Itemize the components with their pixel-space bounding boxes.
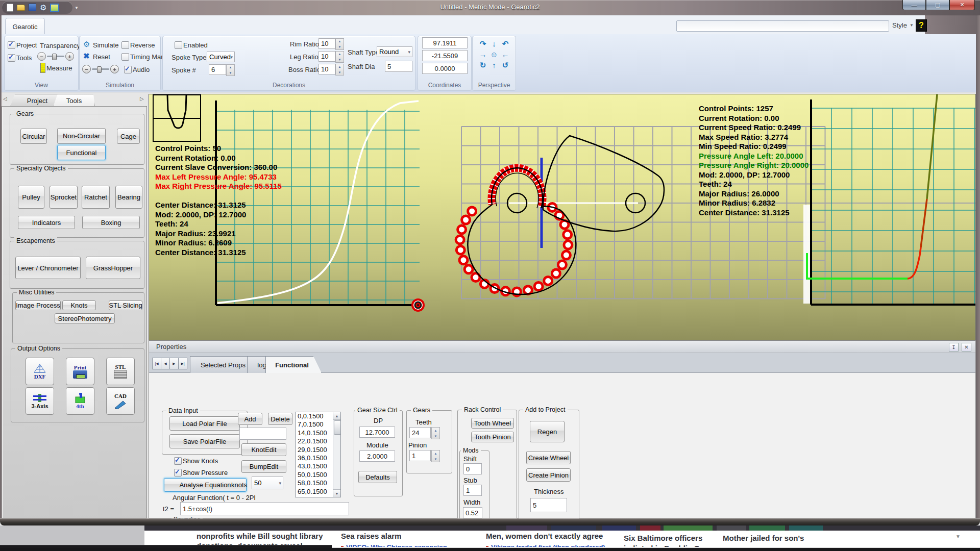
- design-canvas[interactable]: Control Points: 50Current Rotation: 0.00…: [149, 94, 976, 340]
- pan-down-icon[interactable]: ↓: [492, 39, 496, 48]
- non-circular-button[interactable]: Non-Circular: [57, 128, 106, 144]
- tab-next-button[interactable]: ▶: [169, 358, 179, 369]
- circular-button[interactable]: Circular: [20, 129, 47, 144]
- reset-x-icon[interactable]: ✖: [83, 52, 90, 61]
- knot-marker[interactable]: [552, 269, 560, 278]
- pan-left-icon[interactable]: ←: [502, 50, 509, 59]
- spoke-count-input[interactable]: 6: [209, 64, 226, 75]
- transparency-slider[interactable]: − +: [37, 52, 74, 61]
- speed-minus-icon[interactable]: −: [82, 65, 91, 73]
- save-polar-file-button[interactable]: Save PolarFile: [169, 434, 240, 448]
- news-scroll-caret-icon[interactable]: ▼: [955, 534, 961, 539]
- style-input[interactable]: [676, 20, 889, 32]
- pinion-spinner[interactable]: ▲▼: [431, 450, 440, 462]
- knot-marker[interactable]: [564, 231, 572, 239]
- project-checkbox[interactable]: [8, 41, 15, 49]
- tools-checkbox[interactable]: [8, 54, 15, 62]
- gcode-3axis-button[interactable]: 3-Axis: [26, 387, 54, 415]
- add-button[interactable]: Add: [238, 413, 262, 425]
- tab-first-button[interactable]: |◀: [152, 358, 161, 369]
- simulation-speed-slider[interactable]: − +: [82, 65, 119, 73]
- speed-plus-icon[interactable]: +: [110, 65, 119, 73]
- rim-ratio-spinner[interactable]: ▲▼: [335, 38, 344, 50]
- properties-header[interactable]: Properties ↧ ✕: [149, 341, 975, 353]
- create-pinion-button[interactable]: Create Pinion: [526, 468, 571, 482]
- zoom-out-icon[interactable]: −: [37, 52, 46, 61]
- news-headline[interactable]: Six Baltimore officers: [624, 534, 702, 542]
- export-cad-button[interactable]: CAD: [106, 387, 135, 415]
- load-polar-file-button[interactable]: Load Polar File: [169, 416, 240, 431]
- knot-marker[interactable]: [456, 236, 464, 244]
- dp-input[interactable]: 12.7000: [359, 427, 395, 438]
- knots-count-dropdown[interactable]: 50: [252, 477, 283, 489]
- speed-slider-handle[interactable]: [97, 66, 102, 73]
- teeth-spinner[interactable]: ▲▼: [431, 427, 440, 439]
- bearing-button[interactable]: Bearing: [115, 186, 142, 209]
- news-headline[interactable]: indicted in Freddie Gray: [624, 544, 712, 547]
- news-headline[interactable]: Mother jailed for son's: [723, 534, 804, 542]
- close-button[interactable]: ✕: [949, 0, 975, 10]
- news-headline[interactable]: Men, women don't exactly agree: [486, 532, 603, 540]
- timing-marks-checkbox[interactable]: [121, 53, 129, 61]
- help-icon[interactable]: ?: [916, 19, 927, 32]
- news-headline[interactable]: Sea raises alarm: [341, 532, 401, 540]
- shaft-dia-input[interactable]: 5: [385, 61, 412, 72]
- pinion-input[interactable]: 1: [409, 450, 431, 461]
- leg-ratio-spinner[interactable]: ▲▼: [335, 51, 344, 63]
- spin-ccw-icon[interactable]: ↺: [502, 61, 509, 70]
- knot-marker[interactable]: [462, 216, 470, 224]
- scroll-thumb[interactable]: [334, 420, 341, 435]
- knot-marker[interactable]: [456, 246, 464, 254]
- pan-right-icon[interactable]: →: [479, 50, 487, 59]
- style-dropdown-caret[interactable]: ▼: [910, 23, 914, 28]
- stub-input[interactable]: 1: [463, 485, 482, 496]
- new-knot-input[interactable]: [239, 428, 286, 440]
- minimize-button[interactable]: —: [902, 0, 926, 10]
- pulley-button[interactable]: Pulley: [18, 186, 44, 209]
- tab-prev-button[interactable]: ◀: [161, 358, 170, 369]
- functional-button[interactable]: Functional: [57, 145, 106, 160]
- shaft-type-dropdown[interactable]: Round: [377, 46, 412, 57]
- reset-view-smiley-icon[interactable]: ☺: [490, 50, 498, 59]
- equation-input[interactable]: 1.5+cos(t): [180, 502, 349, 515]
- sprocket-button[interactable]: Sprocket: [50, 186, 78, 209]
- zoom-in-icon[interactable]: +: [65, 52, 74, 61]
- reset-label[interactable]: Reset: [93, 53, 110, 61]
- regen-button[interactable]: Regen: [530, 421, 565, 442]
- knot-marker[interactable]: [562, 251, 570, 259]
- width-input[interactable]: 0.52: [463, 507, 482, 518]
- knot-list[interactable]: 0,0.15007,0.150014,0.150022,0.150029,0.1…: [295, 412, 341, 497]
- rotate-ccw-icon[interactable]: ↶: [502, 39, 509, 48]
- pan-up-icon[interactable]: ↑: [492, 61, 496, 69]
- pin-icon[interactable]: ↧: [949, 343, 959, 352]
- panel-close-icon[interactable]: ✕: [962, 343, 971, 352]
- export-dxf-button[interactable]: DXF: [26, 358, 54, 385]
- spin-cw-icon[interactable]: ↻: [480, 61, 486, 70]
- export-stl-button[interactable]: STL: [106, 358, 135, 385]
- show-pressure-checkbox[interactable]: [174, 469, 182, 477]
- show-knots-checkbox[interactable]: [174, 457, 182, 465]
- spoke-type-dropdown[interactable]: Curved: [207, 52, 235, 62]
- reverse-checkbox[interactable]: [121, 41, 129, 49]
- image-process-button[interactable]: Image Process: [15, 300, 61, 310]
- create-wheel-button[interactable]: Create Wheel: [526, 451, 571, 464]
- defaults-button[interactable]: Defaults: [358, 471, 397, 483]
- lever-chronometer-button[interactable]: Lever / Chronometer: [15, 257, 81, 279]
- knot-marker[interactable]: [558, 261, 566, 269]
- scroll-down-icon[interactable]: ▼: [333, 489, 340, 497]
- boxing-button[interactable]: Boxing: [82, 216, 140, 229]
- knot-marker[interactable]: [524, 286, 532, 294]
- simulate-gears-icon[interactable]: ⚙: [83, 40, 90, 49]
- bump-edit-button[interactable]: BumpEdit: [241, 460, 286, 473]
- thickness-input[interactable]: 5: [530, 498, 567, 512]
- knot-marker[interactable]: [564, 241, 572, 249]
- measure-ruler-icon[interactable]: [40, 63, 45, 73]
- tab-gearotic[interactable]: Gearotic: [5, 18, 45, 35]
- sidebar-tab-scroll-right-icon[interactable]: ▷: [140, 96, 144, 102]
- audio-checkbox[interactable]: [124, 66, 132, 73]
- knot-marker[interactable]: [534, 282, 543, 290]
- spoke-count-spinner[interactable]: ▲▼: [226, 64, 235, 76]
- module-input[interactable]: 2.0000: [359, 450, 395, 462]
- scroll-up-icon[interactable]: ▲: [333, 412, 340, 420]
- tab-functional[interactable]: Functional: [265, 356, 322, 373]
